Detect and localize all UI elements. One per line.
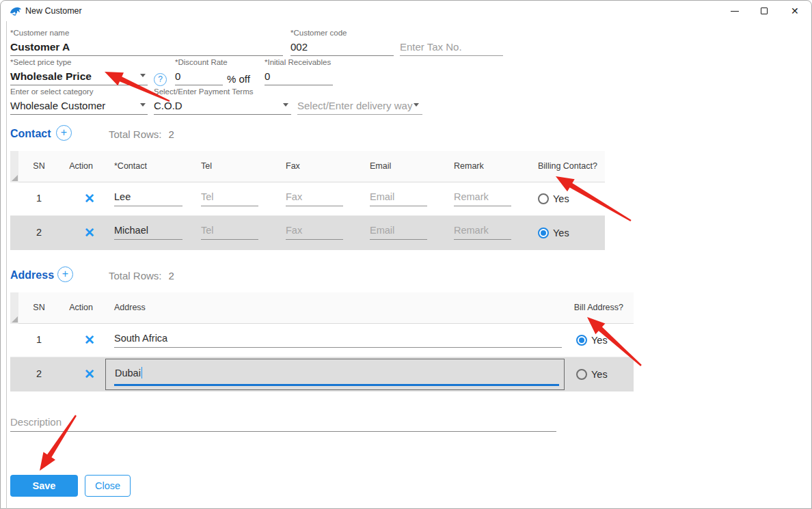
contact-row-1: 1 ✕ Lee Tel Fax Email Remark Yes xyxy=(10,182,605,216)
address-row-1-bill-option: Yes xyxy=(576,335,608,346)
payment-terms-label: Select/Enter Payment Terms xyxy=(154,87,254,96)
contact-col-remark: Remark xyxy=(454,161,484,171)
delete-contact-row-2-icon[interactable]: ✕ xyxy=(84,225,95,240)
contact-row-1-fax-input[interactable]: Fax xyxy=(286,189,343,206)
minimize-button[interactable] xyxy=(721,1,748,21)
contact-row-1-sn: 1 xyxy=(28,193,50,204)
contact-row-2-tel-input[interactable]: Tel xyxy=(201,222,258,240)
discount-rate-label: *Discount Rate xyxy=(175,58,228,66)
contact-row-2-contact-input[interactable]: Michael xyxy=(114,222,182,240)
address-table: SN Action Address Bill Address? 1 ✕ Sout… xyxy=(10,292,634,391)
address-row-2-sn: 2 xyxy=(28,368,50,379)
contact-table: SN Action *Contact Tel Fax Email Remark … xyxy=(10,151,605,250)
resize-grip-icon xyxy=(12,175,18,181)
address-row-2: 2 ✕ Dubai Yes xyxy=(10,357,634,391)
address-col-action: Action xyxy=(66,303,96,312)
description-input[interactable]: Description xyxy=(10,412,556,432)
address-row-2-edit-cell[interactable]: Dubai xyxy=(105,359,565,390)
address-row-1-sn: 1 xyxy=(28,334,50,345)
address-row-2-bill-option: Yes xyxy=(576,369,608,380)
contact-total-rows-count: 2 xyxy=(169,128,174,140)
close-icon: ✕ xyxy=(791,5,799,16)
contact-row-2: 2 ✕ Michael Tel Fax Email Remark Yes xyxy=(10,216,605,250)
active-field-underline xyxy=(114,384,559,386)
save-button[interactable]: Save xyxy=(10,475,78,497)
address-section-title: Address xyxy=(10,269,54,281)
initial-receivables-input[interactable]: 0 xyxy=(265,69,333,85)
address-table-header: SN Action Address Bill Address? xyxy=(10,292,634,324)
contact-col-billing: Billing Contact? xyxy=(538,161,597,171)
contact-col-action: Action xyxy=(66,161,96,171)
close-button[interactable]: Close xyxy=(85,475,131,497)
contact-col-tel: Tel xyxy=(201,161,212,171)
text-cursor xyxy=(141,367,143,379)
title-bar: New Customer ✕ xyxy=(1,1,811,21)
customer-name-label: *Customer name xyxy=(10,29,69,37)
discount-rate-input[interactable]: 0 xyxy=(175,69,223,85)
category-select[interactable]: Wholesale Customer xyxy=(10,98,148,115)
delete-address-row-1-icon[interactable]: ✕ xyxy=(84,332,95,348)
contact-col-email: Email xyxy=(370,161,391,171)
billing-contact-radio-unchecked[interactable] xyxy=(538,193,549,204)
contact-table-header: SN Action *Contact Tel Fax Email Remark … xyxy=(10,151,605,182)
contact-row-1-billing-option: Yes xyxy=(538,193,569,204)
dolphin-app-icon xyxy=(10,6,22,19)
contact-row-1-contact-input[interactable]: Lee xyxy=(114,189,182,206)
category-label: Enter or select category xyxy=(10,87,93,96)
address-row-1: 1 ✕ South Africa Yes xyxy=(10,324,634,357)
maximize-button[interactable] xyxy=(750,1,778,21)
contact-row-1-tel-input[interactable]: Tel xyxy=(201,189,258,206)
contact-row-2-email-input[interactable]: Email xyxy=(370,222,427,240)
category-dropdown-icon[interactable] xyxy=(140,103,146,107)
discount-suffix: % off xyxy=(227,73,250,85)
contact-row-2-sn: 2 xyxy=(28,227,50,238)
panel-edge xyxy=(6,21,7,509)
contact-row-1-remark-input[interactable]: Remark xyxy=(454,189,511,206)
maximize-icon xyxy=(761,8,768,14)
initial-receivables-label: *Initial Receivables xyxy=(265,58,331,66)
contact-row-1-email-input[interactable]: Email xyxy=(370,189,427,206)
billing-contact-radio-checked[interactable] xyxy=(538,228,549,238)
new-customer-dialog: New Customer ✕ *Customer name Customer A… xyxy=(0,0,812,509)
contact-section-title: Contact xyxy=(10,128,51,140)
customer-code-label: *Customer code xyxy=(290,29,347,37)
customer-code-input[interactable]: 002 xyxy=(290,40,394,56)
price-type-label: *Select price type xyxy=(10,58,72,66)
delete-contact-row-1-icon[interactable]: ✕ xyxy=(84,191,95,206)
address-row-2-address-input[interactable]: Dubai xyxy=(115,367,142,379)
add-contact-button[interactable]: + xyxy=(56,125,72,141)
address-total-rows-count: 2 xyxy=(169,270,174,281)
price-type-dropdown-icon[interactable] xyxy=(140,74,146,77)
contact-row-2-billing-option: Yes xyxy=(538,228,569,238)
price-type-select[interactable]: Wholesale Price xyxy=(10,69,148,85)
bill-address-radio-unchecked[interactable] xyxy=(576,369,587,380)
bill-address-radio-checked[interactable] xyxy=(576,335,587,346)
delete-address-row-2-icon[interactable]: ✕ xyxy=(84,366,95,382)
customer-name-input[interactable]: Customer A xyxy=(10,40,283,56)
address-total-rows: Total Rows:2 xyxy=(109,270,174,281)
address-col-address: Address xyxy=(114,303,146,312)
tax-no-input[interactable]: Enter Tax No. xyxy=(400,40,503,56)
address-col-sn: SN xyxy=(28,303,50,312)
contact-col-sn: SN xyxy=(28,161,50,171)
payment-terms-dropdown-icon[interactable] xyxy=(283,103,288,107)
delivery-way-select[interactable]: Select/Enter delivery way xyxy=(297,98,422,115)
address-row-1-address-input[interactable]: South Africa xyxy=(114,330,562,348)
help-icon[interactable]: ? xyxy=(154,73,167,86)
address-col-bill: Bill Address? xyxy=(567,303,623,312)
add-address-button[interactable]: + xyxy=(57,266,73,282)
contact-col-fax: Fax xyxy=(286,161,300,171)
window-title: New Customer xyxy=(25,6,82,16)
delivery-way-dropdown-icon[interactable] xyxy=(414,103,419,107)
payment-terms-select[interactable]: C.O.D xyxy=(154,98,291,115)
minimize-icon xyxy=(731,11,739,12)
resize-grip-icon xyxy=(12,316,18,322)
contact-row-2-remark-input[interactable]: Remark xyxy=(454,222,511,240)
contact-row-2-fax-input[interactable]: Fax xyxy=(286,222,343,240)
contact-col-contact: *Contact xyxy=(114,161,147,171)
contact-total-rows: Total Rows:2 xyxy=(109,128,174,140)
close-window-button[interactable]: ✕ xyxy=(782,1,809,21)
